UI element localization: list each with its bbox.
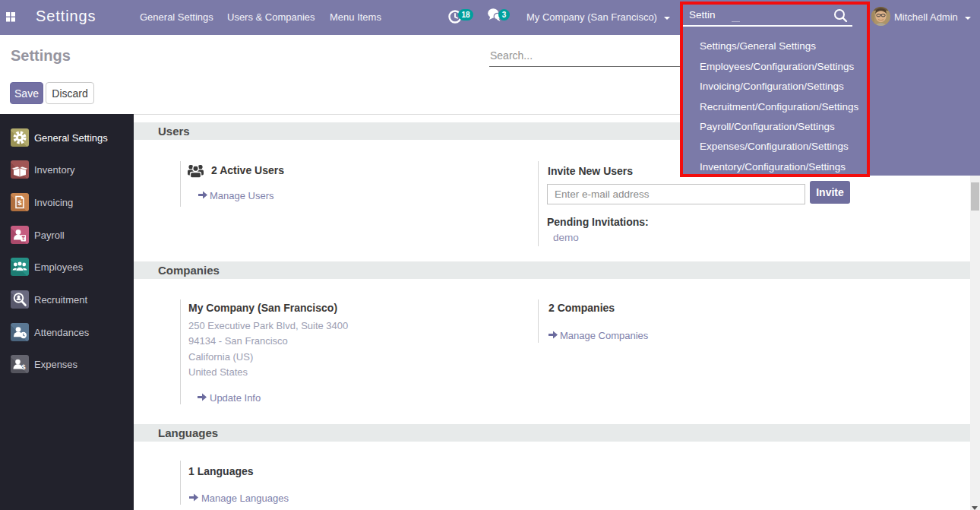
svg-text:$: $ <box>17 198 22 206</box>
svg-text:$: $ <box>21 363 25 371</box>
svg-text:$: $ <box>23 237 25 241</box>
